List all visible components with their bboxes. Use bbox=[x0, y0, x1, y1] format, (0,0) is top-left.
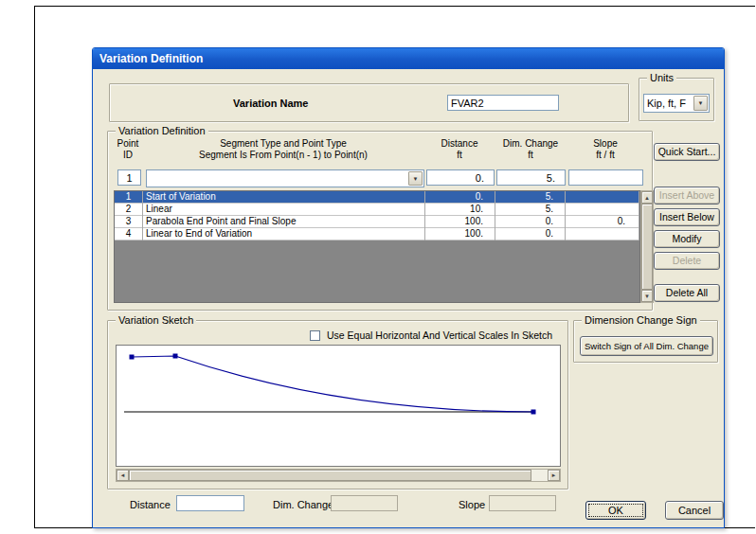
variation-sketch-group-label: Variation Sketch bbox=[116, 314, 196, 326]
units-dropdown[interactable]: Kip, ft, F ▼ bbox=[643, 94, 710, 113]
variation-sketch-canvas bbox=[116, 345, 561, 467]
table-row[interactable]: 4 Linear to End of Variation 100. 0. bbox=[115, 228, 639, 240]
units-group-label: Units bbox=[647, 72, 676, 83]
scroll-left-icon[interactable]: ◄ bbox=[117, 470, 129, 481]
variation-definition-group-label: Variation Definition bbox=[116, 125, 208, 136]
vertical-scroll-thumb[interactable] bbox=[641, 204, 653, 290]
dimension-change-sign-group: Dimension Change Sign Switch Sign of All… bbox=[573, 320, 718, 363]
edit-row-point-id[interactable] bbox=[117, 169, 141, 186]
dialog-title: Variation Definition bbox=[99, 52, 203, 65]
segments-table: 1 Start of Variation 0. 5. 2 Linear 10. … bbox=[114, 190, 640, 303]
table-row[interactable]: 1 Start of Variation 0. 5. bbox=[115, 191, 639, 204]
dialog-titlebar[interactable]: Variation Definition bbox=[93, 48, 724, 69]
switch-sign-button[interactable]: Switch Sign of All Dim. Change bbox=[580, 336, 713, 356]
variation-name-input[interactable] bbox=[447, 95, 559, 111]
header-segment-type: Segment Type and Point TypeSegment Is Fr… bbox=[142, 138, 424, 161]
scroll-right-icon[interactable]: ► bbox=[548, 470, 560, 481]
dimension-change-sign-group-label: Dimension Change Sign bbox=[582, 314, 700, 326]
units-group: Units Kip, ft, F ▼ bbox=[639, 78, 714, 121]
sketch-distance-input[interactable] bbox=[176, 495, 244, 511]
edit-row-slope-input[interactable] bbox=[568, 169, 643, 186]
header-distance: Distanceft bbox=[424, 138, 495, 161]
insert-below-button[interactable]: Insert Below bbox=[654, 208, 720, 226]
delete-button: Delete bbox=[654, 252, 720, 270]
variation-sketch-plot bbox=[117, 346, 560, 466]
units-dropdown-arrow-icon[interactable]: ▼ bbox=[693, 96, 708, 111]
scroll-down-icon[interactable]: ▼ bbox=[641, 290, 653, 302]
modify-button[interactable]: Modify bbox=[654, 230, 720, 248]
scroll-up-icon[interactable]: ▲ bbox=[641, 191, 653, 204]
variation-definition-group: Variation Definition PointID Segment Typ… bbox=[107, 131, 653, 311]
sketch-distance-label: Distance bbox=[130, 499, 171, 510]
table-row[interactable]: 3 Parabola End Point and Final Slope 100… bbox=[115, 216, 639, 228]
sketch-slope-label: Slope bbox=[459, 499, 485, 510]
quick-start-button[interactable]: Quick Start... bbox=[654, 143, 720, 161]
edit-row-distance-input[interactable] bbox=[426, 169, 495, 186]
ok-button[interactable]: OK bbox=[585, 501, 646, 520]
equal-scales-label: Use Equal Horizontal And Vertical Scales… bbox=[327, 329, 552, 341]
sketch-dim-change-field bbox=[331, 495, 398, 511]
equal-scales-checkbox[interactable] bbox=[310, 330, 320, 341]
variation-name-panel: Variation Name bbox=[109, 83, 629, 122]
sketch-horizontal-scrollbar[interactable]: ◄ ► bbox=[116, 469, 561, 482]
table-row[interactable]: 2 Linear 10. 5. bbox=[115, 204, 639, 216]
units-dropdown-value: Kip, ft, F bbox=[647, 96, 693, 111]
sketch-dim-change-label: Dim. Change bbox=[273, 499, 333, 510]
horizontal-scroll-thumb[interactable] bbox=[129, 470, 531, 481]
cancel-button[interactable]: Cancel bbox=[665, 501, 724, 520]
header-slope: Slopeft / ft bbox=[567, 138, 644, 161]
table-vertical-scrollbar[interactable]: ▲ ▼ bbox=[640, 190, 654, 303]
header-dim-change: Dim. Changeft bbox=[495, 138, 567, 161]
variation-definition-dialog: Variation Definition Variation Name Unit… bbox=[92, 47, 725, 528]
header-point-id: PointID bbox=[114, 138, 142, 161]
variation-name-label: Variation Name bbox=[233, 98, 308, 109]
insert-above-button: Insert Above bbox=[654, 187, 720, 205]
edit-row-dim-change-input[interactable] bbox=[496, 169, 566, 186]
segment-type-dropdown[interactable]: ▼ bbox=[146, 169, 424, 187]
delete-all-button[interactable]: Delete All bbox=[654, 284, 720, 302]
sketch-slope-field bbox=[489, 495, 556, 511]
segment-type-dropdown-arrow-icon[interactable]: ▼ bbox=[408, 171, 423, 186]
variation-sketch-group: Variation Sketch Use Equal Horizontal An… bbox=[107, 320, 568, 490]
